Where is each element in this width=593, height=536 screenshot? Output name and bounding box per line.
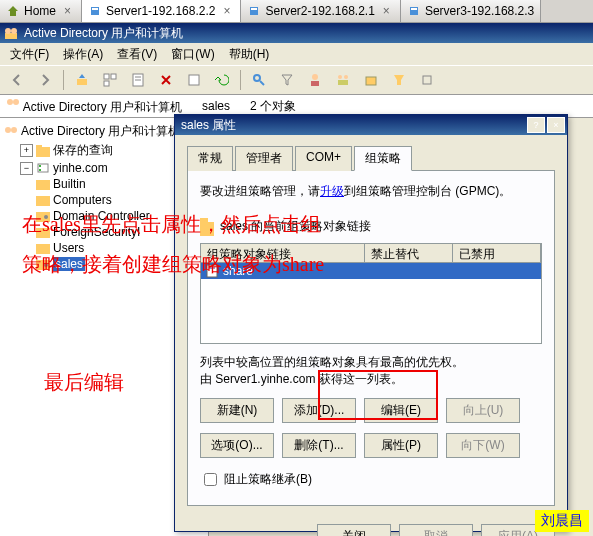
svg-rect-9 bbox=[77, 79, 87, 85]
col-disabled[interactable]: 已禁用 bbox=[453, 244, 541, 262]
svg-point-28 bbox=[5, 127, 11, 133]
svg-point-34 bbox=[39, 169, 41, 171]
new-ou-button[interactable] bbox=[358, 67, 384, 93]
server-icon bbox=[247, 4, 261, 18]
list-label-row: sales 的当前组策略对象链接 bbox=[200, 218, 542, 235]
tab-server3[interactable]: Server3-192.168.2.3 bbox=[401, 0, 541, 22]
menu-help[interactable]: 帮助(H) bbox=[223, 44, 276, 65]
window-titlebar: Active Directory 用户和计算机 bbox=[0, 23, 593, 43]
block-inherit-checkbox[interactable]: 阻止策略继承(B) bbox=[200, 470, 542, 489]
ou-icon bbox=[36, 257, 50, 271]
new-user-button[interactable] bbox=[302, 67, 328, 93]
close-icon[interactable]: × bbox=[379, 4, 394, 18]
delete-button[interactable]: 删除(T)... bbox=[282, 433, 356, 458]
new-group-button[interactable] bbox=[330, 67, 356, 93]
down-button: 向下(W) bbox=[446, 433, 520, 458]
object-count: 2 个对象 bbox=[250, 98, 296, 115]
menu-file[interactable]: 文件(F) bbox=[4, 44, 55, 65]
back-button[interactable] bbox=[4, 67, 30, 93]
new-button[interactable]: 新建(N) bbox=[200, 398, 274, 423]
menu-action[interactable]: 操作(A) bbox=[57, 44, 109, 65]
ad-icon bbox=[6, 97, 20, 111]
ou-icon bbox=[200, 220, 214, 234]
menu-window[interactable]: 窗口(W) bbox=[165, 44, 220, 65]
tab-grouppolicy[interactable]: 组策略 bbox=[354, 146, 412, 171]
svg-rect-11 bbox=[111, 74, 116, 79]
domain-icon bbox=[36, 161, 50, 175]
server-icon bbox=[88, 4, 102, 18]
svg-point-29 bbox=[11, 127, 17, 133]
gpo-list[interactable]: share bbox=[200, 263, 542, 344]
svg-rect-1 bbox=[92, 8, 98, 10]
svg-point-26 bbox=[7, 99, 13, 105]
gpmc-notice: 要改进组策略管理，请升级到组策略管理控制台 (GPMC)。 bbox=[200, 183, 542, 200]
svg-point-8 bbox=[11, 28, 17, 34]
list-label: sales 的当前组策略对象链接 bbox=[220, 218, 371, 235]
edit-button[interactable]: 编辑(E) bbox=[364, 398, 438, 423]
options-button[interactable]: 选项(O)... bbox=[200, 433, 274, 458]
upgrade-link[interactable]: 升级 bbox=[320, 184, 344, 198]
properties-dialog: sales 属性 ? × 常规 管理者 COM+ 组策略 要改进组策略管理，请升… bbox=[174, 114, 568, 532]
svg-rect-23 bbox=[338, 80, 348, 85]
tab-content: 要改进组策略管理，请升级到组策略管理控制台 (GPMC)。 sales 的当前组… bbox=[187, 171, 555, 506]
up-button[interactable] bbox=[69, 67, 95, 93]
col-nooverride[interactable]: 禁止替代 bbox=[365, 244, 453, 262]
svg-rect-45 bbox=[207, 265, 217, 277]
tab-managedby[interactable]: 管理者 bbox=[235, 146, 293, 171]
box-icon[interactable] bbox=[414, 67, 440, 93]
dialog-tabs: 常规 管理者 COM+ 组策略 bbox=[187, 145, 555, 171]
svg-point-38 bbox=[44, 215, 48, 219]
funnel-icon[interactable] bbox=[386, 67, 412, 93]
list-item[interactable]: share bbox=[201, 263, 541, 279]
close-icon[interactable]: × bbox=[60, 4, 75, 18]
address-path: sales bbox=[202, 99, 230, 113]
window-title: Active Directory 用户和计算机 bbox=[24, 25, 183, 42]
tab-general[interactable]: 常规 bbox=[187, 146, 233, 171]
svg-rect-12 bbox=[104, 81, 109, 86]
help-button[interactable]: ? bbox=[527, 117, 545, 133]
refresh-button[interactable] bbox=[209, 67, 235, 93]
svg-rect-44 bbox=[200, 218, 208, 224]
collapse-icon[interactable]: − bbox=[20, 162, 33, 175]
separator bbox=[240, 70, 241, 90]
svg-rect-31 bbox=[36, 145, 42, 149]
add-button[interactable]: 添加(D)... bbox=[282, 398, 356, 423]
address-root: Active Directory 用户和计算机 bbox=[6, 97, 182, 116]
svg-point-42 bbox=[44, 263, 48, 267]
col-link[interactable]: 组策略对象链接 bbox=[201, 244, 365, 262]
server-icon bbox=[407, 4, 421, 18]
close-button[interactable]: × bbox=[547, 117, 565, 133]
svg-rect-5 bbox=[411, 8, 417, 10]
tab-complus[interactable]: COM+ bbox=[295, 146, 352, 171]
tab-home[interactable]: Home × bbox=[0, 0, 82, 22]
svg-rect-35 bbox=[36, 180, 50, 190]
gpo-icon bbox=[205, 264, 219, 278]
svg-line-18 bbox=[260, 81, 264, 85]
dialog-titlebar[interactable]: sales 属性 ? × bbox=[175, 115, 567, 135]
menu-view[interactable]: 查看(V) bbox=[111, 44, 163, 65]
properties-button[interactable] bbox=[125, 67, 151, 93]
tab-server2[interactable]: Server2-192.168.2.1 × bbox=[241, 0, 400, 22]
close-button[interactable]: 关闭 bbox=[317, 524, 391, 536]
up-button: 向上(U) bbox=[446, 398, 520, 423]
tab-server1[interactable]: Server1-192.168.2.2 × bbox=[82, 0, 241, 22]
gpo-name: share bbox=[223, 264, 253, 278]
forward-button[interactable] bbox=[32, 67, 58, 93]
folder-icon bbox=[36, 225, 50, 239]
filter-button[interactable] bbox=[274, 67, 300, 93]
expand-icon[interactable]: + bbox=[20, 144, 33, 157]
watermark: 刘晨昌 bbox=[535, 510, 589, 532]
delete-button[interactable] bbox=[153, 67, 179, 93]
svg-rect-3 bbox=[251, 8, 257, 10]
show-button[interactable] bbox=[97, 67, 123, 93]
close-icon[interactable]: × bbox=[219, 4, 234, 18]
config-button[interactable] bbox=[181, 67, 207, 93]
ad-icon bbox=[4, 26, 18, 40]
svg-rect-20 bbox=[311, 81, 319, 86]
svg-rect-39 bbox=[36, 228, 50, 238]
find-button[interactable] bbox=[246, 67, 272, 93]
block-inherit-input[interactable] bbox=[204, 473, 217, 486]
svg-rect-10 bbox=[104, 74, 109, 79]
props-button[interactable]: 属性(P) bbox=[364, 433, 438, 458]
svg-point-22 bbox=[344, 75, 348, 79]
